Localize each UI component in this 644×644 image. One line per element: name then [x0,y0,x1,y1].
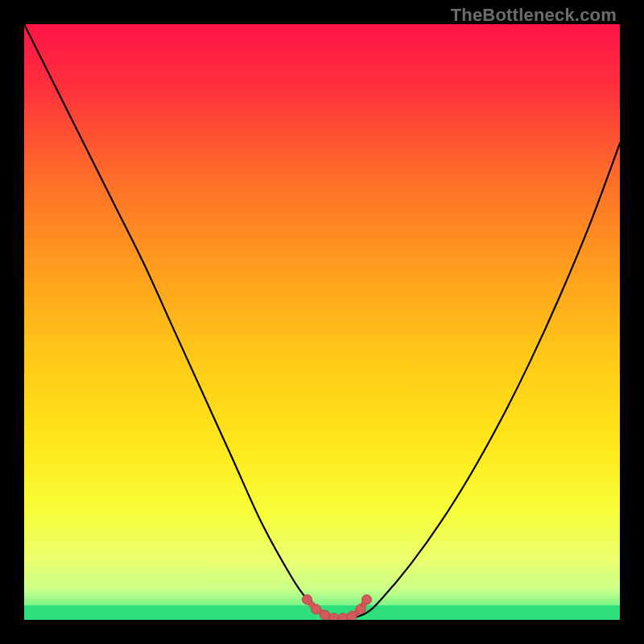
highlight-marker [338,613,348,620]
highlight-marker [320,610,330,620]
highlight-marker [329,613,339,620]
highlight-marker [362,595,372,605]
highlight-marker [347,612,357,620]
watermark-text: TheBottleneck.com [451,5,617,26]
curve-layer [24,24,620,620]
highlight-marker [356,605,365,614]
chart-frame: TheBottleneck.com [0,0,644,644]
plot-area [24,24,620,620]
main-curve [24,24,620,619]
highlight-marker [303,595,312,605]
highlight-marker [312,605,321,614]
